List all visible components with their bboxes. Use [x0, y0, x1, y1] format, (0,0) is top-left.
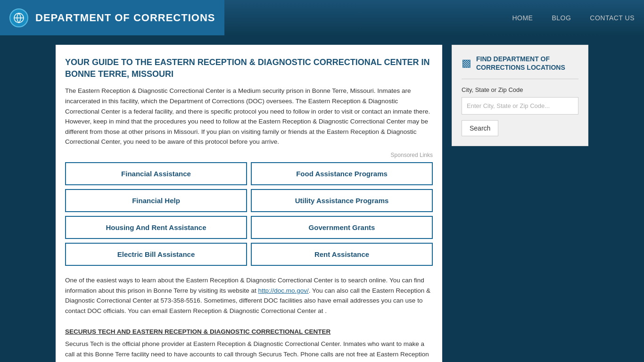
page-title: YOUR GUIDE TO THE EASTERN RECEPTION & DI…	[65, 57, 433, 80]
globe-icon	[9, 8, 28, 27]
nav-home[interactable]: HOME	[512, 14, 533, 22]
page-wrapper: YOUR GUIDE TO THE EASTERN RECEPTION & DI…	[51, 45, 593, 362]
location-input-label: City, State or Zip Code	[462, 86, 578, 93]
btn-rent-assistance[interactable]: Rent Assistance	[251, 243, 433, 266]
sidebar: ▩ FIND DEPARTMENT OF CORRECTIONS LOCATIO…	[452, 45, 588, 362]
brand-section: DEPARTMENT OF CORRECTIONS	[0, 0, 224, 35]
site-header: DEPARTMENT OF CORRECTIONS HOME BLOG CONT…	[0, 0, 644, 35]
sidebar-box-header: ▩ FIND DEPARTMENT OF CORRECTIONS LOCATIO…	[462, 55, 578, 79]
main-content: YOUR GUIDE TO THE EASTERN RECEPTION & DI…	[56, 45, 442, 362]
location-input[interactable]	[462, 97, 578, 115]
nav-contact[interactable]: CONTACT US	[590, 14, 635, 22]
btn-electric-bill[interactable]: Electric Bill Assistance	[65, 243, 247, 266]
assistance-button-grid: Financial Assistance Food Assistance Pro…	[65, 162, 433, 266]
sponsored-links-label: Sponsored Links	[65, 152, 433, 158]
section2-paragraph: Securus Tech is the official phone provi…	[65, 339, 433, 362]
body-paragraph: One of the easiest ways to learn about t…	[65, 275, 433, 316]
location-finder-box: ▩ FIND DEPARTMENT OF CORRECTIONS LOCATIO…	[452, 45, 588, 146]
brand-title: DEPARTMENT OF CORRECTIONS	[35, 12, 215, 24]
main-nav: HOME BLOG CONTACT US	[512, 14, 644, 22]
btn-food-assistance[interactable]: Food Assistance Programs	[251, 162, 433, 185]
btn-utility-assistance[interactable]: Utility Assistance Programs	[251, 189, 433, 212]
intro-paragraph: The Eastern Reception & Diagnostic Corre…	[65, 86, 433, 147]
btn-government-grants[interactable]: Government Grants	[251, 216, 433, 239]
section2-title: SECURUS TECH AND EASTERN RECEPTION & DIA…	[65, 328, 433, 335]
doc-website-link[interactable]: http://doc.mo.gov/	[258, 287, 308, 294]
nav-blog[interactable]: BLOG	[552, 14, 571, 22]
btn-housing-rent[interactable]: Housing And Rent Assistance	[65, 216, 247, 239]
bar-chart-icon: ▩	[462, 57, 471, 69]
btn-financial-help[interactable]: Financial Help	[65, 189, 247, 212]
search-button[interactable]: Search	[462, 120, 498, 136]
sidebar-box-title: FIND DEPARTMENT OF CORRECTIONS LOCATIONS	[476, 55, 578, 72]
btn-financial-assistance[interactable]: Financial Assistance	[65, 162, 247, 185]
